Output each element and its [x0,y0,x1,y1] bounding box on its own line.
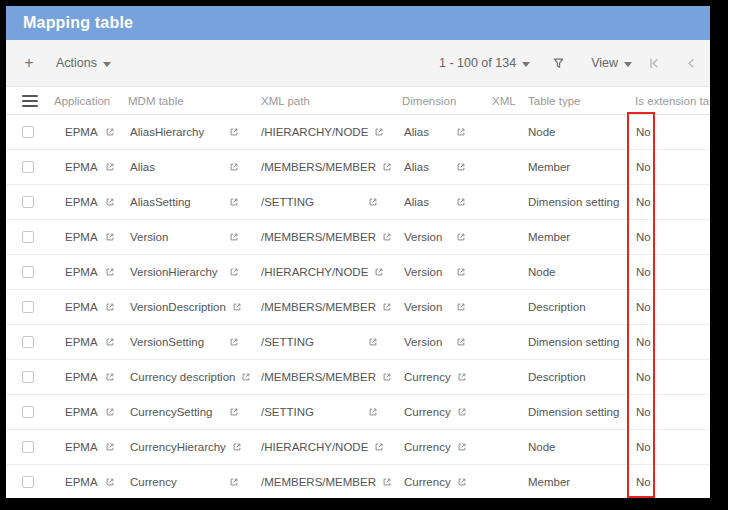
external-link-icon[interactable] [456,127,466,137]
external-link-icon[interactable] [241,372,251,382]
external-link-icon[interactable] [105,197,115,207]
external-link-icon[interactable] [229,407,239,417]
column-header-xml[interactable]: XML [478,95,528,107]
table-row[interactable]: EPMA AliasSetting /SETTING [6,185,710,220]
table-type-cell: Node [528,115,635,150]
external-link-icon[interactable] [456,267,466,277]
external-link-icon[interactable] [457,477,467,487]
xml-path-cell: /SETTING [261,185,402,220]
row-checkbox[interactable] [22,196,34,208]
row-checkbox[interactable] [22,441,34,453]
external-link-icon[interactable] [229,162,239,172]
first-page-button[interactable] [648,57,660,70]
external-link-icon[interactable] [368,407,378,417]
toolbar-right: 1 - 100 of 134 View [439,56,710,70]
table-type-value: Member [528,161,570,173]
table-row[interactable]: EPMA Version /MEMBERS/MEMBER [6,220,710,255]
external-link-icon[interactable] [374,442,384,452]
column-header-application[interactable]: Application [54,95,128,107]
application-cell: EPMA [54,290,128,325]
table-type-value: Dimension setting [528,406,619,418]
row-checkbox[interactable] [22,126,34,138]
external-link-icon[interactable] [105,442,115,452]
record-range-dropdown[interactable]: 1 - 100 of 134 [439,56,530,70]
row-checkbox[interactable] [22,301,34,313]
external-link-icon[interactable] [374,267,384,277]
external-link-icon[interactable] [229,127,239,137]
row-checkbox[interactable] [22,476,34,488]
application-cell: EPMA [54,185,128,220]
table-row[interactable]: EPMA CurrencyHierarchy /HIERARCHY/NODE [6,430,710,465]
table-row[interactable]: EPMA Alias /MEMBERS/MEMBER [6,150,710,185]
row-checkbox[interactable] [22,336,34,348]
external-link-icon[interactable] [229,337,239,347]
xml-path-cell: /MEMBERS/MEMBER [261,465,402,498]
xml-cell [478,430,528,465]
external-link-icon[interactable] [229,267,239,277]
external-link-icon[interactable] [374,127,384,137]
previous-page-button[interactable] [686,57,696,70]
external-link-icon[interactable] [456,197,466,207]
row-select-cell [6,465,54,498]
application-value: EPMA [65,161,98,173]
external-link-icon[interactable] [382,372,392,382]
table-row[interactable]: EPMA Currency /MEMBERS/MEMBER [6,465,710,498]
row-select-cell [6,430,54,465]
external-link-icon[interactable] [105,302,115,312]
table-row[interactable]: EPMA VersionHierarchy /HIERARCHY/NODE [6,255,710,290]
external-link-icon[interactable] [457,407,467,417]
actions-dropdown[interactable]: Actions [56,56,111,70]
table-row[interactable]: EPMA VersionDescription /MEMBERS/MEMBER [6,290,710,325]
table-row[interactable]: EPMA CurrencySetting /SETTING [6,395,710,430]
external-link-icon[interactable] [456,302,466,312]
external-link-icon[interactable] [382,477,392,487]
add-button[interactable]: + [22,54,36,72]
row-checkbox[interactable] [22,266,34,278]
external-link-icon[interactable] [232,302,242,312]
external-link-icon[interactable] [456,162,466,172]
row-checkbox[interactable] [22,161,34,173]
external-link-icon[interactable] [105,232,115,242]
filter-button[interactable] [552,57,565,70]
external-link-icon[interactable] [368,337,378,347]
row-checkbox[interactable] [22,371,34,383]
external-link-icon[interactable] [457,372,467,382]
table-row[interactable]: EPMA AliasHierarchy /HIERARCHY/NODE [6,115,710,150]
view-dropdown[interactable]: View [591,56,632,70]
external-link-icon[interactable] [382,232,392,242]
column-header-mdm-table[interactable]: MDM table [128,95,261,107]
xml-path-value: /MEMBERS/MEMBER [261,301,376,313]
row-checkbox[interactable] [22,406,34,418]
application-cell: EPMA [54,255,128,290]
external-link-icon[interactable] [382,162,392,172]
external-link-icon[interactable] [105,372,115,382]
dimension-value: Alias [404,196,429,208]
external-link-icon[interactable] [457,442,467,452]
external-link-icon[interactable] [229,232,239,242]
mdm-table-value: CurrencyHierarchy [130,441,226,453]
column-header-xml-path[interactable]: XML path [261,95,402,107]
external-link-icon[interactable] [368,197,378,207]
table-row[interactable]: EPMA Currency description /MEMBERS/MEMBE… [6,360,710,395]
xml-cell [478,465,528,498]
external-link-icon[interactable] [456,337,466,347]
external-link-icon[interactable] [456,232,466,242]
menu-button[interactable] [6,95,54,107]
column-header-is-extension-table[interactable]: Is extension table [635,95,710,107]
external-link-icon[interactable] [382,302,392,312]
external-link-icon[interactable] [105,407,115,417]
row-checkbox[interactable] [22,231,34,243]
column-header-table-type[interactable]: Table type [528,95,635,107]
external-link-icon[interactable] [105,267,115,277]
table-row[interactable]: EPMA VersionSetting /SETTING [6,325,710,360]
table-type-cell: Description [528,290,635,325]
external-link-icon[interactable] [229,477,239,487]
external-link-icon[interactable] [105,337,115,347]
external-link-icon[interactable] [105,162,115,172]
external-link-icon[interactable] [105,127,115,137]
external-link-icon[interactable] [232,442,242,452]
column-header-dimension[interactable]: Dimension [402,95,478,107]
external-link-icon[interactable] [229,197,239,207]
table-type-value: Description [528,371,586,383]
external-link-icon[interactable] [105,477,115,487]
